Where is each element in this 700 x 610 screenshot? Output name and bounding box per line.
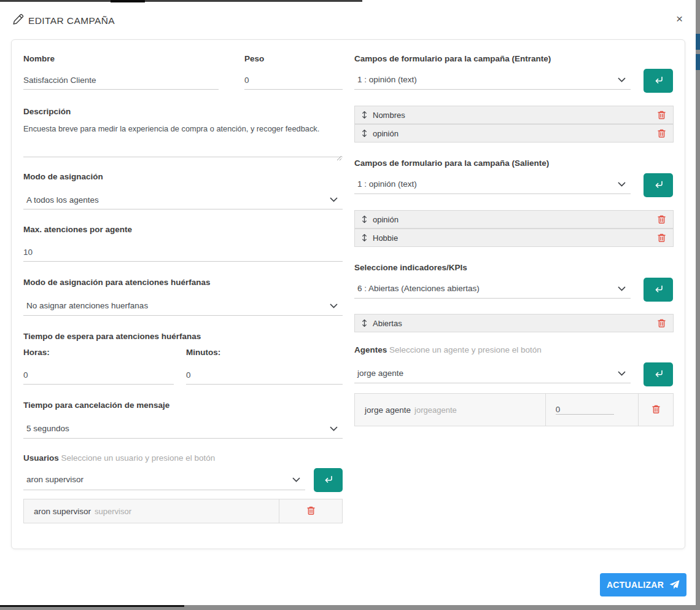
chevron-down-icon xyxy=(618,77,626,82)
enter-icon xyxy=(323,475,333,486)
tiempo-cancelacion-select[interactable]: 5 segundos xyxy=(23,419,343,439)
peso-input[interactable] xyxy=(244,71,343,90)
agentes-value: jorge agente xyxy=(357,369,403,378)
entrante-select[interactable]: 1 : opinión (text) xyxy=(354,70,631,90)
entrante-item[interactable]: Nombres xyxy=(354,106,674,124)
modo-asignacion-value: A todos los agentes xyxy=(26,195,99,205)
modo-asignacion-label: Modo de asignación xyxy=(23,172,103,181)
saliente-label: Campos de formulario para la campaña (Sa… xyxy=(354,158,549,168)
usuarios-select[interactable]: aron supervisor xyxy=(23,469,305,490)
agentes-table: jorge agente jorgeagente xyxy=(354,393,674,426)
actualizar-button[interactable]: ACTUALIZAR xyxy=(600,573,686,596)
chevron-down-icon xyxy=(292,477,300,482)
saliente-item-label: opinión xyxy=(373,215,399,224)
entrante-item-label: opinión xyxy=(373,129,399,138)
modo-asignacion-select[interactable]: A todos los agentes xyxy=(23,190,343,209)
add-usuario-button[interactable] xyxy=(314,468,343,492)
modo-huerfanas-label: Modo de asignación para atenciones huérf… xyxy=(23,278,211,287)
trash-icon xyxy=(651,404,661,416)
descripcion-label: Descripción xyxy=(23,107,71,116)
agentes-label-strong: Agentes xyxy=(354,345,387,354)
descripcion-textarea[interactable]: Encuesta breve para medir la experiencia… xyxy=(23,124,343,157)
horas-label: Horas: xyxy=(23,348,50,357)
horas-input[interactable] xyxy=(23,366,174,385)
usuario-row: aron supervisor supervisor xyxy=(24,499,279,523)
pencil-icon xyxy=(12,14,24,28)
page-edge-top xyxy=(0,0,362,2)
close-icon[interactable]: × xyxy=(676,13,683,25)
chevron-down-icon xyxy=(330,303,338,308)
drag-updown-icon[interactable] xyxy=(362,319,367,327)
agente-value-cell xyxy=(545,394,638,426)
page-edge-top-dark xyxy=(111,0,145,2)
actualizar-label: ACTUALIZAR xyxy=(607,580,664,590)
trash-icon xyxy=(306,506,316,517)
add-saliente-field-button[interactable] xyxy=(644,173,673,197)
tiempo-espera-label: Tiempo de espera para atenciones huérfan… xyxy=(23,332,201,341)
saliente-item[interactable]: Hobbie xyxy=(354,229,674,247)
kpi-item[interactable]: Abiertas xyxy=(354,314,674,332)
agentes-select[interactable]: jorge agente xyxy=(354,364,631,383)
agente-row: jorge agente jorgeagente xyxy=(355,394,545,426)
saliente-select[interactable]: 1 : opinión (text) xyxy=(354,174,631,194)
saliente-value: 1 : opinión (text) xyxy=(357,179,417,189)
trash-icon[interactable] xyxy=(657,110,666,120)
trash-icon[interactable] xyxy=(657,233,666,243)
drag-updown-icon[interactable] xyxy=(362,129,367,138)
saliente-item-label: Hobbie xyxy=(373,233,398,243)
kpis-select[interactable]: 6 : Abiertas (Atenciones abiertas) xyxy=(354,279,631,299)
add-kpi-button[interactable] xyxy=(644,278,673,302)
paper-plane-icon xyxy=(669,580,680,590)
chevron-down-icon xyxy=(618,182,626,187)
enter-icon xyxy=(653,76,664,87)
add-entrante-field-button[interactable] xyxy=(644,69,673,93)
chevron-down-icon xyxy=(618,286,626,291)
usuario-role: supervisor xyxy=(95,507,131,516)
entrante-label: Campos de formulario para la campaña (En… xyxy=(354,54,551,63)
peso-label: Peso xyxy=(244,54,264,63)
chevron-down-icon xyxy=(618,371,626,376)
usuarios-label-hint: Seleccione un usuario y presione el botó… xyxy=(61,453,216,463)
saliente-item[interactable]: opinión xyxy=(354,210,674,229)
delete-usuario-button[interactable] xyxy=(279,499,342,523)
enter-icon xyxy=(653,180,664,191)
chevron-down-icon xyxy=(330,426,338,431)
page-edge-bottom-dark xyxy=(0,605,184,607)
nombre-input[interactable] xyxy=(23,71,219,90)
usuario-name: aron supervisor xyxy=(34,507,91,516)
add-agente-button[interactable] xyxy=(644,362,673,386)
page-edge-right xyxy=(696,0,700,610)
drag-updown-icon[interactable] xyxy=(362,111,367,119)
modo-huerfanas-value: No asignar atenciones huerfanas xyxy=(26,301,148,310)
kpis-label: Seleccione indicadores/KPIs xyxy=(354,263,467,272)
page-edge-right-blue-1 xyxy=(696,34,700,50)
agente-username: jorgeagente xyxy=(414,405,457,415)
trash-icon[interactable] xyxy=(657,128,666,138)
agente-name: jorge agente xyxy=(365,405,411,415)
minutos-input[interactable] xyxy=(186,366,343,385)
usuarios-label-strong: Usuarios xyxy=(23,453,59,463)
max-atenciones-label: Max. atenciones por agente xyxy=(23,225,132,234)
agente-value-input[interactable] xyxy=(556,405,614,415)
usuarios-value: aron supervisor xyxy=(26,475,84,484)
max-atenciones-input[interactable] xyxy=(23,243,343,262)
tiempo-cancelacion-value: 5 segundos xyxy=(26,424,69,433)
usuarios-table: aron supervisor supervisor xyxy=(23,499,343,523)
usuarios-label: Usuarios Seleccione un usuario y presion… xyxy=(23,453,215,463)
textarea-resize-grip[interactable] xyxy=(336,152,342,163)
trash-icon[interactable] xyxy=(657,318,666,328)
agentes-label: Agentes Seleccione un agente y presione … xyxy=(354,345,542,354)
enter-icon xyxy=(653,284,664,295)
entrante-item[interactable]: opinión xyxy=(354,124,674,143)
trash-icon[interactable] xyxy=(657,214,666,224)
modo-huerfanas-select[interactable]: No asignar atenciones huerfanas xyxy=(23,296,343,316)
delete-agente-button[interactable] xyxy=(638,394,673,426)
modal-title: EDITAR CAMPAÑA xyxy=(28,15,115,26)
nombre-label: Nombre xyxy=(23,54,55,63)
kpis-value: 6 : Abiertas (Atenciones abiertas) xyxy=(357,284,480,293)
drag-updown-icon[interactable] xyxy=(362,233,367,242)
tiempo-cancelacion-label: Tiempo para cancelación de mensaje xyxy=(23,401,169,410)
agentes-label-hint: Seleccione un agente y presione el botón xyxy=(389,345,542,354)
entrante-value: 1 : opinión (text) xyxy=(357,75,417,84)
drag-updown-icon[interactable] xyxy=(362,215,367,224)
